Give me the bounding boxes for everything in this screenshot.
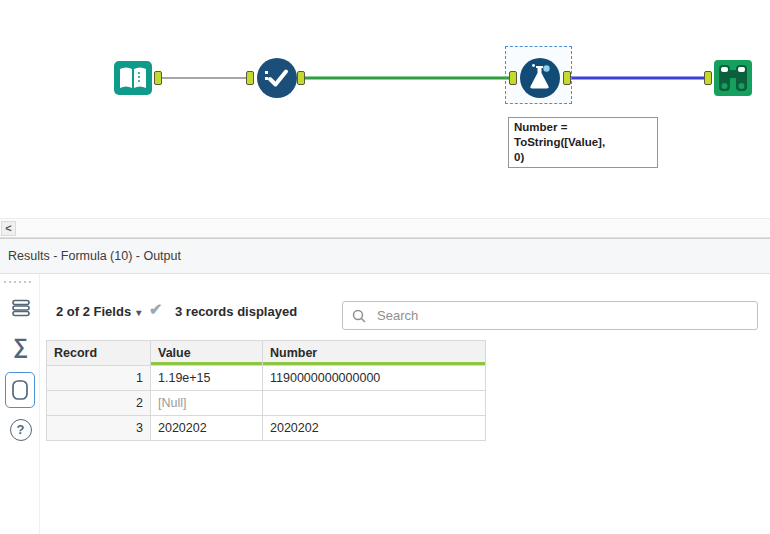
scroll-left-button[interactable]: < bbox=[1, 221, 16, 236]
metadata-sigma-icon[interactable]: ∑ bbox=[7, 332, 34, 359]
input-output-anchor[interactable] bbox=[154, 71, 162, 85]
connection-layer bbox=[0, 0, 770, 218]
search-input[interactable] bbox=[375, 307, 748, 324]
cell-record[interactable]: 2 bbox=[47, 391, 151, 416]
table-row: 3 2020202 2020202 bbox=[47, 416, 486, 441]
grip-handle-icon[interactable] bbox=[4, 281, 31, 283]
formula-output-anchor[interactable] bbox=[563, 71, 571, 85]
records-summary-text: 3 records displayed bbox=[175, 304, 297, 319]
select-check-icon bbox=[255, 56, 299, 100]
results-title-bar: Results - Formula (10) - Output bbox=[0, 238, 770, 274]
formula-annotation[interactable]: Number = ToString([Value], 0) bbox=[508, 117, 658, 168]
results-table: Record Value Number 1 1.19e+15 119000000… bbox=[46, 340, 486, 441]
select-output-anchor[interactable] bbox=[297, 71, 305, 85]
browse-input-anchor[interactable] bbox=[704, 71, 712, 85]
results-panel: ∑ ? 2 of 2 Fields▾ ✔ 3 records displayed… bbox=[0, 274, 770, 534]
cell-value[interactable]: 2020202 bbox=[151, 416, 263, 441]
cell-value[interactable]: 1.19e+15 bbox=[151, 366, 263, 391]
records-check-icon: ✔ bbox=[149, 300, 162, 319]
cell-number[interactable]: 2020202 bbox=[263, 416, 486, 441]
canvas-horizontal-scrollbar[interactable]: < bbox=[0, 218, 770, 238]
table-row: 1 1.19e+15 1190000000000000 bbox=[47, 366, 486, 391]
tool-browse[interactable] bbox=[713, 58, 753, 102]
table-row: 2 [Null] bbox=[47, 391, 486, 416]
results-left-toolbar: ∑ ? bbox=[0, 274, 40, 534]
table-header-row: Record Value Number bbox=[47, 341, 486, 366]
results-title-text: Results - Formula (10) - Output bbox=[8, 249, 181, 263]
formula-flask-icon bbox=[518, 56, 562, 100]
cell-viewer-icon[interactable] bbox=[5, 372, 35, 408]
cell-number[interactable] bbox=[263, 391, 486, 416]
help-icon[interactable]: ? bbox=[7, 416, 34, 443]
tool-formula[interactable] bbox=[518, 56, 562, 104]
cell-record[interactable]: 1 bbox=[47, 366, 151, 391]
results-grid-config-icon[interactable] bbox=[7, 294, 34, 321]
cell-record[interactable]: 3 bbox=[47, 416, 151, 441]
select-input-anchor[interactable] bbox=[246, 71, 254, 85]
input-data-book-icon bbox=[113, 58, 153, 98]
search-box[interactable] bbox=[342, 301, 758, 330]
column-header-number[interactable]: Number bbox=[263, 341, 486, 366]
search-icon bbox=[352, 309, 366, 323]
cell-number[interactable]: 1190000000000000 bbox=[263, 366, 486, 391]
column-header-value[interactable]: Value bbox=[151, 341, 263, 366]
chevron-down-icon: ▾ bbox=[136, 307, 141, 318]
tool-input-data[interactable] bbox=[113, 58, 153, 102]
fields-dropdown[interactable]: 2 of 2 Fields▾ bbox=[56, 304, 141, 319]
formula-input-anchor[interactable] bbox=[509, 71, 517, 85]
browse-binoculars-icon bbox=[713, 58, 753, 98]
column-header-record[interactable]: Record bbox=[47, 341, 151, 366]
workflow-canvas[interactable]: Number = ToString([Value], 0) bbox=[0, 0, 770, 218]
cell-value[interactable]: [Null] bbox=[151, 391, 263, 416]
tool-select[interactable] bbox=[255, 56, 299, 104]
